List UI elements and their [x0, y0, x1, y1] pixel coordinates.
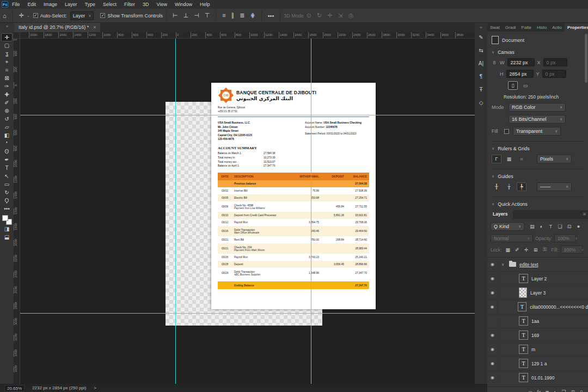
layer-row[interactable]: T1aa [487, 314, 588, 328]
adjustment-layer-icon[interactable]: ◐ [554, 389, 556, 392]
gradient-tool[interactable]: ◧ [1, 131, 13, 139]
tab-layers[interactable]: Layers [487, 210, 513, 219]
menu-image[interactable]: Image [40, 0, 61, 9]
visibility-eye-icon[interactable]: ◉ [487, 272, 498, 285]
screen-mode-icon[interactable]: ⬓ [1, 233, 13, 241]
frame-tool[interactable]: ⊠ [1, 74, 13, 82]
blur-tool[interactable]: ❜ [1, 139, 13, 148]
color-mode-dropdown[interactable]: RGB Color ∨ [509, 103, 566, 112]
type-layer-thumbnail[interactable]: T [519, 345, 528, 354]
toggle-grid-icon[interactable]: ▦ [504, 155, 514, 163]
blend-mode-dropdown[interactable]: Normal ∨ [491, 234, 533, 242]
layer-name[interactable]: 1aa [531, 318, 539, 324]
layer-name[interactable]: Layer 3 [530, 290, 546, 296]
rotate-view-tool[interactable]: ↻ [1, 188, 13, 197]
filter-adjustment-layers-icon[interactable]: ◐ [537, 223, 546, 230]
color-swatches[interactable] [2, 215, 12, 225]
character-panel-icon[interactable]: A| [476, 58, 486, 69]
foreground-color-swatch[interactable] [2, 215, 8, 221]
auto-select-checkbox[interactable]: ✓ [33, 13, 38, 18]
more-options-icon[interactable]: ••• [265, 13, 277, 19]
guides-section-header[interactable]: ∨ Guides [492, 169, 584, 179]
delete-layer-icon[interactable]: ▯ [580, 389, 583, 392]
layer-filter-dropdown[interactable]: Ϙ Kind ∨ [491, 222, 524, 231]
filter-shape-layers-icon[interactable]: ❏ [556, 223, 564, 230]
status-chevron-icon[interactable]: > [94, 385, 96, 390]
panel-collapse-icon[interactable]: » [0, 23, 14, 32]
new-layer-icon[interactable]: ⊞ [571, 389, 575, 392]
distribute-vertical-icon[interactable]: ≡ [219, 12, 228, 19]
type-tool[interactable]: T [1, 164, 13, 172]
tab-properties[interactable]: Properties [565, 23, 588, 32]
lock-guides-icon[interactable]: ╁ [504, 182, 514, 191]
eraser-tool[interactable]: ▱ [1, 123, 13, 131]
vertical-guide[interactable] [175, 32, 176, 384]
menu-select[interactable]: Select [99, 0, 120, 9]
canvas-y-field[interactable]: 0 px [542, 70, 566, 78]
menu-window[interactable]: Window [171, 0, 196, 9]
chevron-down-icon[interactable]: ⌄ [27, 14, 30, 18]
opacity-field[interactable]: 100% ∨ [554, 234, 576, 242]
chevron-down-icon[interactable]: ∨ [501, 262, 506, 267]
ruler-units-dropdown[interactable]: Pixels∨ [537, 155, 572, 163]
lock-pixels-icon[interactable]: ✐ [513, 246, 521, 254]
lock-artboard-icon[interactable]: ⊞ [531, 246, 540, 254]
clone-stamp-tool[interactable]: ⊛ [1, 107, 13, 115]
layer-row[interactable]: ◉∨edite text [487, 258, 588, 272]
portrait-orientation-button[interactable]: ▯ [508, 81, 518, 90]
layer-row[interactable]: ◉TLayer 2 [487, 272, 588, 286]
shape-tool[interactable]: ▭ [1, 180, 13, 188]
tab-histo[interactable]: Histo [534, 23, 549, 32]
add-mask-icon[interactable]: ◙ [546, 389, 549, 392]
show-transform-checkbox[interactable]: ✓ [100, 13, 105, 18]
visibility-eye-icon[interactable]: ◉ [487, 357, 498, 370]
align-right-edges-icon[interactable]: ⊣ [191, 12, 202, 19]
quick-mask-icon[interactable]: ◨ [1, 225, 13, 233]
layer-name[interactable]: Layer 2 [531, 276, 547, 281]
horizontal-guide[interactable] [14, 115, 475, 115]
3d-dolly-icon[interactable]: ◎ [346, 12, 357, 19]
align-horizontal-centers-icon[interactable]: ⊥ [181, 12, 192, 19]
expand-panels-icon[interactable]: « [480, 25, 482, 30]
pixel-layer-thumbnail[interactable] [519, 287, 527, 298]
visibility-eye-icon[interactable]: ◉ [487, 328, 498, 342]
menu-view[interactable]: View [153, 0, 171, 9]
tab-gradi[interactable]: Gradi [503, 23, 519, 32]
type-layer-thumbnail[interactable]: T [519, 373, 528, 382]
lock-all-icon[interactable]: ⚿ [541, 246, 549, 254]
zoom-level-field[interactable]: 20.65% [4, 385, 24, 391]
history-panel-icon[interactable]: ✎ [476, 32, 486, 42]
type-layer-thumbnail[interactable]: T [519, 330, 528, 340]
fill-dropdown[interactable]: Transparent ∨ [513, 127, 561, 136]
close-icon[interactable]: × [93, 23, 96, 32]
home-icon[interactable]: ⌂ [0, 13, 9, 19]
layer-row[interactable]: ◉Layer 3 [487, 286, 588, 300]
tab-swat[interactable]: Swat [487, 23, 503, 32]
new-group-icon[interactable]: ❐ [561, 389, 566, 392]
healing-brush-tool[interactable]: ✚ [1, 90, 13, 99]
layer-name[interactable]: cilta0000000...<<<<<<<<0 d [530, 304, 588, 310]
layer-style-icon[interactable]: fx [537, 389, 541, 392]
tab-patte[interactable]: Patte [518, 23, 534, 32]
menu-help[interactable]: Help [196, 0, 214, 9]
filter-pixel-layers-icon[interactable]: ▤ [528, 223, 536, 230]
auto-select-target-dropdown[interactable]: Layer ∨ [70, 11, 94, 20]
toggle-guides-icon[interactable]: ╂ [492, 182, 501, 191]
dodge-tool[interactable]: ʘ [1, 148, 13, 156]
vertical-guide[interactable] [311, 32, 311, 384]
landscape-orientation-button[interactable]: ▭ [520, 81, 530, 90]
fill-checkbox[interactable] [504, 129, 509, 134]
type-layer-thumbnail[interactable]: T [519, 359, 528, 368]
visibility-eye-icon[interactable]: ◉ [487, 286, 498, 299]
canvas-section-header[interactable]: ∨ Canvas [492, 50, 584, 55]
horizontal-ruler[interactable]: 2000180016001400120010008006004002000200… [14, 32, 475, 39]
type-layer-thumbnail[interactable]: T [519, 316, 528, 326]
quick-actions-section-header[interactable]: ∨ Quick Actions [492, 197, 584, 207]
panel-menu-icon[interactable]: ≡ [583, 210, 588, 219]
visibility-eye-icon[interactable] [487, 314, 498, 328]
rulers-grids-section-header[interactable]: ∨ Rulers & Grids [492, 141, 584, 151]
crop-tool[interactable]: ⌗ [1, 66, 13, 74]
menu-type[interactable]: Type [81, 0, 100, 9]
layer-row[interactable]: ◉T01.01.1990 [487, 371, 588, 385]
filter-toggle-icon[interactable]: ● [574, 223, 583, 230]
